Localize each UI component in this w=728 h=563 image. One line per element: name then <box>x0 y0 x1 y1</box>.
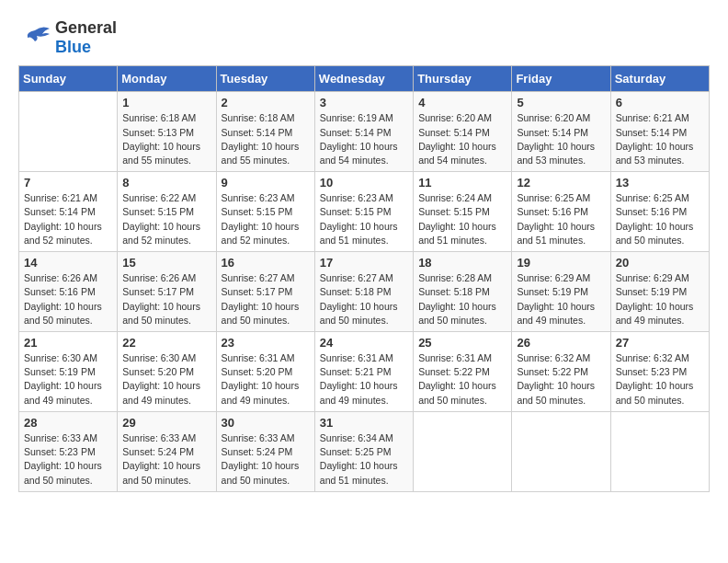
day-cell: 12Sunrise: 6:25 AMSunset: 5:16 PMDayligh… <box>512 172 610 252</box>
day-info: Sunrise: 6:27 AMSunset: 5:18 PMDaylight:… <box>320 271 408 327</box>
day-cell <box>512 411 610 491</box>
day-info: Sunrise: 6:29 AMSunset: 5:19 PMDaylight:… <box>517 271 605 327</box>
day-cell <box>19 92 118 172</box>
day-number: 6 <box>616 96 704 109</box>
day-number: 25 <box>418 336 506 350</box>
week-row-4: 21Sunrise: 6:30 AMSunset: 5:19 PMDayligh… <box>19 332 710 412</box>
day-info: Sunrise: 6:22 AMSunset: 5:15 PMDaylight:… <box>122 191 210 247</box>
day-info: Sunrise: 6:33 AMSunset: 5:24 PMDaylight:… <box>222 431 310 488</box>
day-cell: 13Sunrise: 6:25 AMSunset: 5:16 PMDayligh… <box>610 172 709 252</box>
calendar-header-row: SundayMondayTuesdayWednesdayThursdayFrid… <box>19 66 710 92</box>
day-number: 5 <box>517 96 605 109</box>
day-cell: 7Sunrise: 6:21 AMSunset: 5:14 PMDaylight… <box>19 172 118 252</box>
day-cell: 4Sunrise: 6:20 AMSunset: 5:14 PMDaylight… <box>414 92 512 172</box>
day-number: 21 <box>24 336 112 350</box>
week-row-3: 14Sunrise: 6:26 AMSunset: 5:16 PMDayligh… <box>19 252 710 332</box>
header-thursday: Thursday <box>414 66 512 92</box>
day-number: 10 <box>320 176 408 190</box>
day-cell: 29Sunrise: 6:33 AMSunset: 5:24 PMDayligh… <box>118 411 216 491</box>
day-info: Sunrise: 6:21 AMSunset: 5:14 PMDaylight:… <box>616 111 704 167</box>
day-number: 27 <box>616 336 704 350</box>
day-info: Sunrise: 6:25 AMSunset: 5:16 PMDaylight:… <box>517 191 605 247</box>
page-header: General Blue <box>18 18 710 56</box>
day-number: 18 <box>418 256 506 270</box>
day-number: 11 <box>418 176 506 190</box>
day-info: Sunrise: 6:31 AMSunset: 5:22 PMDaylight:… <box>418 351 506 408</box>
day-info: Sunrise: 6:27 AMSunset: 5:17 PMDaylight:… <box>222 271 310 327</box>
day-cell: 15Sunrise: 6:26 AMSunset: 5:17 PMDayligh… <box>118 252 216 332</box>
day-info: Sunrise: 6:21 AMSunset: 5:14 PMDaylight:… <box>24 191 112 247</box>
logo-general-text: General <box>55 18 117 38</box>
day-info: Sunrise: 6:26 AMSunset: 5:16 PMDaylight:… <box>24 271 112 327</box>
day-info: Sunrise: 6:20 AMSunset: 5:14 PMDaylight:… <box>517 111 605 167</box>
header-wednesday: Wednesday <box>314 66 413 92</box>
day-number: 29 <box>122 416 210 430</box>
day-cell: 3Sunrise: 6:19 AMSunset: 5:14 PMDaylight… <box>314 92 413 172</box>
day-number: 30 <box>222 416 310 430</box>
day-number: 31 <box>320 416 408 430</box>
day-number: 16 <box>222 256 310 270</box>
day-number: 7 <box>24 176 112 190</box>
day-info: Sunrise: 6:33 AMSunset: 5:24 PMDaylight:… <box>122 431 210 488</box>
week-row-5: 28Sunrise: 6:33 AMSunset: 5:23 PMDayligh… <box>19 411 710 491</box>
day-cell: 22Sunrise: 6:30 AMSunset: 5:20 PMDayligh… <box>118 332 216 412</box>
day-number: 15 <box>122 256 210 270</box>
day-cell: 18Sunrise: 6:28 AMSunset: 5:18 PMDayligh… <box>414 252 512 332</box>
day-number: 3 <box>320 96 408 109</box>
day-cell: 20Sunrise: 6:29 AMSunset: 5:19 PMDayligh… <box>610 252 709 332</box>
day-info: Sunrise: 6:24 AMSunset: 5:15 PMDaylight:… <box>418 191 506 247</box>
day-number: 23 <box>222 336 310 350</box>
day-cell: 11Sunrise: 6:24 AMSunset: 5:15 PMDayligh… <box>414 172 512 252</box>
day-number: 17 <box>320 256 408 270</box>
header-saturday: Saturday <box>610 66 709 92</box>
day-cell: 26Sunrise: 6:32 AMSunset: 5:22 PMDayligh… <box>512 332 610 412</box>
day-cell: 21Sunrise: 6:30 AMSunset: 5:19 PMDayligh… <box>19 332 118 412</box>
day-cell: 23Sunrise: 6:31 AMSunset: 5:20 PMDayligh… <box>216 332 314 412</box>
day-cell: 2Sunrise: 6:18 AMSunset: 5:14 PMDaylight… <box>216 92 314 172</box>
day-number: 14 <box>24 256 112 270</box>
day-cell: 31Sunrise: 6:34 AMSunset: 5:25 PMDayligh… <box>314 411 413 491</box>
day-number: 2 <box>222 96 310 109</box>
calendar-table: SundayMondayTuesdayWednesdayThursdayFrid… <box>18 65 710 491</box>
day-info: Sunrise: 6:19 AMSunset: 5:14 PMDaylight:… <box>320 111 408 167</box>
day-cell: 9Sunrise: 6:23 AMSunset: 5:15 PMDaylight… <box>216 172 314 252</box>
day-number: 24 <box>320 336 408 350</box>
day-cell: 14Sunrise: 6:26 AMSunset: 5:16 PMDayligh… <box>19 252 118 332</box>
day-cell: 5Sunrise: 6:20 AMSunset: 5:14 PMDaylight… <box>512 92 610 172</box>
day-cell: 6Sunrise: 6:21 AMSunset: 5:14 PMDaylight… <box>610 92 709 172</box>
day-cell: 24Sunrise: 6:31 AMSunset: 5:21 PMDayligh… <box>314 332 413 412</box>
day-info: Sunrise: 6:32 AMSunset: 5:22 PMDaylight:… <box>517 351 605 408</box>
day-info: Sunrise: 6:25 AMSunset: 5:16 PMDaylight:… <box>616 191 704 247</box>
day-info: Sunrise: 6:26 AMSunset: 5:17 PMDaylight:… <box>122 271 210 327</box>
day-info: Sunrise: 6:28 AMSunset: 5:18 PMDaylight:… <box>418 271 506 327</box>
day-cell: 17Sunrise: 6:27 AMSunset: 5:18 PMDayligh… <box>314 252 413 332</box>
day-number: 4 <box>418 96 506 109</box>
day-number: 22 <box>122 336 210 350</box>
header-tuesday: Tuesday <box>216 66 314 92</box>
day-cell: 30Sunrise: 6:33 AMSunset: 5:24 PMDayligh… <box>216 411 314 491</box>
day-info: Sunrise: 6:20 AMSunset: 5:14 PMDaylight:… <box>418 111 506 167</box>
header-friday: Friday <box>512 66 610 92</box>
day-cell: 25Sunrise: 6:31 AMSunset: 5:22 PMDayligh… <box>414 332 512 412</box>
day-info: Sunrise: 6:23 AMSunset: 5:15 PMDaylight:… <box>320 191 408 247</box>
day-info: Sunrise: 6:18 AMSunset: 5:14 PMDaylight:… <box>222 111 310 167</box>
day-info: Sunrise: 6:34 AMSunset: 5:25 PMDaylight:… <box>320 431 408 488</box>
day-number: 13 <box>616 176 704 190</box>
day-info: Sunrise: 6:32 AMSunset: 5:23 PMDaylight:… <box>616 351 704 408</box>
day-number: 26 <box>517 336 605 350</box>
day-cell <box>610 411 709 491</box>
day-number: 20 <box>616 256 704 270</box>
day-info: Sunrise: 6:23 AMSunset: 5:15 PMDaylight:… <box>222 191 310 247</box>
day-cell: 16Sunrise: 6:27 AMSunset: 5:17 PMDayligh… <box>216 252 314 332</box>
header-sunday: Sunday <box>19 66 118 92</box>
day-number: 9 <box>222 176 310 190</box>
day-info: Sunrise: 6:30 AMSunset: 5:20 PMDaylight:… <box>122 351 210 408</box>
day-number: 1 <box>122 96 210 109</box>
day-info: Sunrise: 6:18 AMSunset: 5:13 PMDaylight:… <box>122 111 210 167</box>
day-cell: 1Sunrise: 6:18 AMSunset: 5:13 PMDaylight… <box>118 92 216 172</box>
day-info: Sunrise: 6:30 AMSunset: 5:19 PMDaylight:… <box>24 351 112 408</box>
week-row-1: 1Sunrise: 6:18 AMSunset: 5:13 PMDaylight… <box>19 92 710 172</box>
day-cell: 27Sunrise: 6:32 AMSunset: 5:23 PMDayligh… <box>610 332 709 412</box>
day-number: 8 <box>122 176 210 190</box>
day-number: 28 <box>24 416 112 430</box>
